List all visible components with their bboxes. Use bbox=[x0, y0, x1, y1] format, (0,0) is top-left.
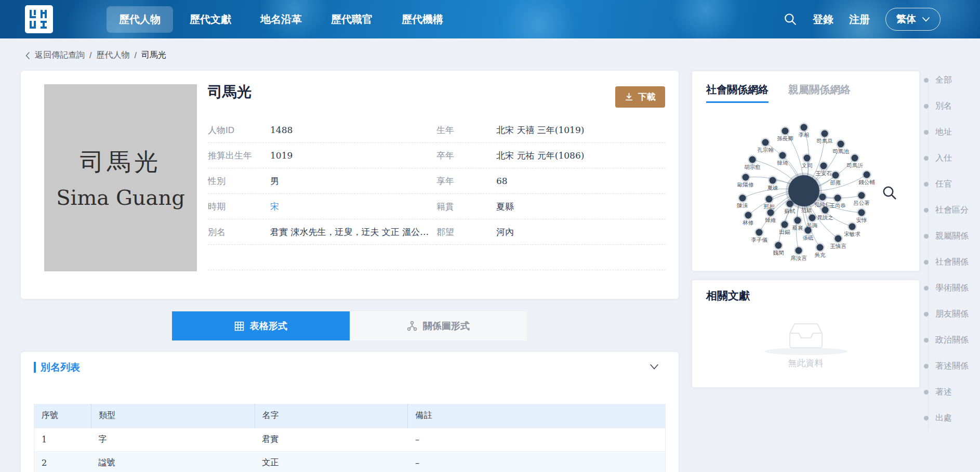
site-logo[interactable] bbox=[25, 5, 53, 33]
tab-graph-view[interactable]: 關係圖形式 bbox=[350, 311, 527, 340]
network-node-label: 司馬旦 bbox=[816, 138, 833, 144]
anchor-item-5[interactable]: 社會區分 bbox=[924, 204, 980, 216]
collapse-chevron-icon[interactable] bbox=[650, 363, 659, 372]
search-icon[interactable] bbox=[784, 12, 797, 26]
network-node[interactable] bbox=[822, 207, 829, 214]
network-node[interactable] bbox=[803, 200, 810, 206]
alias-table-header-row: 序號類型名字備註 bbox=[34, 404, 666, 428]
profile-field: 性別男 bbox=[208, 168, 436, 194]
anchor-item-10[interactable]: 政治關係 bbox=[924, 334, 980, 346]
profile-field: 推算出生年1019 bbox=[208, 143, 436, 168]
network-node[interactable] bbox=[849, 224, 856, 230]
network-node[interactable] bbox=[794, 217, 801, 224]
network-node-label: 席汝言 bbox=[790, 255, 807, 261]
network-node[interactable] bbox=[756, 229, 763, 236]
anchor-label: 親屬關係 bbox=[935, 231, 969, 242]
network-node[interactable] bbox=[749, 156, 756, 163]
register-link[interactable]: 注册 bbox=[849, 12, 870, 27]
anchor-label: 社會區分 bbox=[935, 205, 969, 216]
network-node[interactable] bbox=[775, 242, 782, 249]
network-node[interactable] bbox=[767, 209, 774, 216]
field-value: 夏縣 bbox=[496, 201, 514, 213]
field-value: 河內 bbox=[496, 226, 514, 238]
page: 歷代人物歷代文獻地名沿革歷代職官歷代機構 登錄 注册 繁体 返回傳記查詢 / 歷… bbox=[0, 0, 980, 472]
network-node[interactable] bbox=[739, 195, 746, 202]
network-node[interactable] bbox=[782, 221, 788, 228]
download-button[interactable]: 下載 bbox=[615, 86, 665, 108]
network-node[interactable] bbox=[796, 247, 802, 254]
anchor-item-8[interactable]: 學術關係 bbox=[924, 282, 980, 294]
network-node-label: 蘇軾 bbox=[785, 208, 796, 214]
network-node[interactable] bbox=[819, 194, 826, 201]
profile-field: 別名君實 涑水先生，迂叟，迂夫 文正 溫公… bbox=[208, 219, 436, 245]
nav-tab-0[interactable]: 歷代人物 bbox=[107, 6, 173, 33]
alias-table-row: 2諡號文正– bbox=[34, 451, 666, 472]
network-node[interactable] bbox=[858, 209, 865, 216]
network-node[interactable] bbox=[801, 124, 807, 131]
network-node[interactable] bbox=[745, 212, 752, 219]
magnifier-icon[interactable] bbox=[882, 185, 897, 203]
breadcrumb-back-link[interactable]: 返回傳記查詢 bbox=[35, 50, 85, 61]
network-node[interactable] bbox=[822, 130, 828, 137]
field-value-link[interactable]: 宋 bbox=[270, 201, 279, 213]
section-anchor-nav: 全部別名地址入仕任官社會區分親屬關係社會關係學術關係朋友關係政治關係著述關係著述… bbox=[924, 74, 980, 438]
network-node[interactable] bbox=[743, 174, 749, 181]
anchor-item-13[interactable]: 出處 bbox=[924, 412, 980, 424]
anchor-item-0[interactable]: 全部 bbox=[924, 74, 980, 86]
breadcrumb: 返回傳記查詢 / 歷代人物 / 司馬光 bbox=[25, 50, 166, 61]
network-node[interactable] bbox=[805, 227, 812, 234]
social-network-graph[interactable]: 孫長卿李相司馬旦司馬池孔宗翰胡宗愈韓琦文同司馬沂歐陽修夏竦王安石邵雍錢公輔陳洙邢… bbox=[698, 92, 917, 264]
network-node[interactable] bbox=[787, 201, 793, 207]
section-accent-bar bbox=[34, 362, 36, 373]
back-arrow-icon[interactable] bbox=[25, 51, 30, 60]
alias-table-cell: 1 bbox=[34, 428, 91, 451]
anchor-item-7[interactable]: 社會關係 bbox=[924, 256, 980, 268]
network-node[interactable] bbox=[770, 177, 776, 184]
network-node[interactable] bbox=[832, 172, 839, 179]
network-node[interactable] bbox=[782, 128, 789, 135]
network-node-label: 呂公著 bbox=[853, 200, 870, 206]
anchor-item-3[interactable]: 入仕 bbox=[924, 152, 980, 164]
anchor-item-1[interactable]: 別名 bbox=[924, 100, 980, 112]
network-node[interactable] bbox=[838, 141, 844, 148]
network-node[interactable] bbox=[858, 192, 865, 199]
network-node[interactable] bbox=[835, 195, 841, 202]
network-node[interactable] bbox=[864, 172, 870, 178]
network-node-label: 邵雍 bbox=[830, 179, 842, 186]
network-node[interactable] bbox=[817, 244, 824, 251]
network-node[interactable] bbox=[809, 215, 816, 221]
network-node[interactable] bbox=[762, 139, 769, 146]
field-label: 生年 bbox=[436, 124, 496, 136]
person-name-title: 司馬光 bbox=[208, 82, 251, 102]
nav-tab-4[interactable]: 歷代機構 bbox=[389, 6, 456, 33]
network-node-label: 韓維 bbox=[765, 217, 777, 223]
anchor-item-12[interactable]: 著述 bbox=[924, 386, 980, 398]
tab-table-view[interactable]: 表格形式 bbox=[172, 311, 350, 340]
breadcrumb-section-link[interactable]: 歷代人物 bbox=[96, 50, 129, 61]
anchor-dot-icon bbox=[924, 104, 929, 109]
anchor-item-6[interactable]: 親屬關係 bbox=[924, 230, 980, 242]
nav-tab-3[interactable]: 歷代職官 bbox=[319, 6, 385, 33]
network-node[interactable] bbox=[804, 155, 811, 162]
main-nav: 歷代人物歷代文獻地名沿革歷代職官歷代機構 bbox=[107, 0, 456, 38]
network-node[interactable] bbox=[779, 152, 786, 159]
nav-tab-2[interactable]: 地名沿革 bbox=[248, 6, 314, 33]
network-node-label: 王慎言 bbox=[830, 243, 846, 249]
anchor-item-9[interactable]: 朋友關係 bbox=[924, 308, 980, 320]
network-node[interactable] bbox=[820, 163, 827, 169]
network-node-label: 司馬沂 bbox=[846, 162, 863, 168]
anchor-item-2[interactable]: 地址 bbox=[924, 126, 980, 138]
network-node[interactable] bbox=[835, 235, 842, 242]
anchor-dot-icon bbox=[924, 130, 929, 135]
network-node[interactable] bbox=[852, 155, 858, 162]
anchor-item-4[interactable]: 任官 bbox=[924, 178, 980, 190]
nav-tab-1[interactable]: 歷代文獻 bbox=[177, 6, 244, 33]
login-link[interactable]: 登錄 bbox=[813, 12, 833, 27]
alias-table-cell: 君實 bbox=[255, 428, 408, 451]
anchor-item-11[interactable]: 著述關係 bbox=[924, 360, 980, 372]
top-right-actions: 登錄 注册 繁体 bbox=[784, 0, 941, 38]
network-node-label: 蔡襄 bbox=[792, 225, 804, 231]
network-node[interactable] bbox=[766, 196, 773, 203]
language-selector[interactable]: 繁体 bbox=[885, 8, 941, 31]
documents-title: 相關文獻 bbox=[706, 289, 750, 303]
